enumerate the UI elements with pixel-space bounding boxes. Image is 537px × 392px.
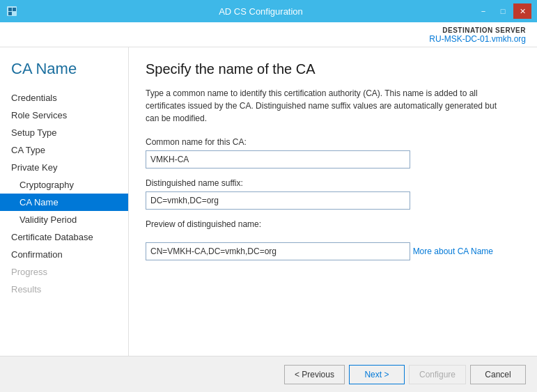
sidebar-item-validity-period[interactable]: Validity Period xyxy=(0,211,128,228)
window-controls: − □ ✕ xyxy=(474,3,531,19)
page-title: Specify the name of the CA xyxy=(146,61,520,77)
main-content: Specify the name of the CA Type a common… xyxy=(129,47,537,356)
sidebar-item-role-services[interactable]: Role Services xyxy=(0,107,128,124)
destination-label: DESTINATION SERVER xyxy=(11,26,526,34)
titlebar: AD CS Configuration − □ ✕ xyxy=(0,0,537,22)
common-name-input[interactable] xyxy=(146,150,410,168)
dn-suffix-label: Distinguished name suffix: xyxy=(146,178,520,188)
previous-button[interactable]: < Previous xyxy=(284,365,345,384)
sidebar-item-cryptography[interactable]: Cryptography xyxy=(0,176,128,194)
sidebar: CA Name Credentials Role Services Setup … xyxy=(0,47,129,356)
sidebar-item-private-key[interactable]: Private Key xyxy=(0,159,128,176)
close-button[interactable]: ✕ xyxy=(513,3,531,19)
page-description: Type a common name to identify this cert… xyxy=(146,87,508,125)
sidebar-item-ca-type[interactable]: CA Type xyxy=(0,141,128,159)
sidebar-item-credentials[interactable]: Credentials xyxy=(0,89,128,107)
cancel-button[interactable]: Cancel xyxy=(470,365,526,384)
sidebar-item-confirmation[interactable]: Confirmation xyxy=(0,246,128,263)
sidebar-item-progress: Progress xyxy=(0,263,128,281)
sidebar-item-ca-name[interactable]: CA Name xyxy=(0,194,128,211)
content-area: CA Name Credentials Role Services Setup … xyxy=(0,47,537,356)
configure-button: Configure xyxy=(409,365,466,384)
svg-rect-3 xyxy=(8,12,12,15)
next-button[interactable]: Next > xyxy=(349,365,405,384)
common-name-label: Common name for this CA: xyxy=(146,137,520,147)
destination-server: RU-MSK-DC-01.vmkh.org xyxy=(11,34,526,44)
dn-preview-input[interactable] xyxy=(146,242,410,260)
window-title: AD CS Configuration xyxy=(47,6,474,17)
svg-rect-2 xyxy=(13,8,16,11)
minimize-button[interactable]: − xyxy=(474,3,492,19)
sidebar-item-setup-type[interactable]: Setup Type xyxy=(0,124,128,141)
destination-bar: DESTINATION SERVER RU-MSK-DC-01.vmkh.org xyxy=(0,22,537,47)
footer: < Previous Next > Configure Cancel xyxy=(0,356,537,392)
restore-button[interactable]: □ xyxy=(494,3,512,19)
more-about-ca-name-link[interactable]: More about CA Name xyxy=(413,246,493,256)
sidebar-item-certificate-database[interactable]: Certificate Database xyxy=(0,228,128,246)
svg-rect-1 xyxy=(8,8,12,11)
sidebar-title: CA Name xyxy=(0,54,128,89)
dn-preview-label: Preview of distinguished name: xyxy=(146,219,520,229)
main-window: DESTINATION SERVER RU-MSK-DC-01.vmkh.org… xyxy=(0,22,537,392)
app-icon xyxy=(6,5,18,17)
dn-suffix-input[interactable] xyxy=(146,191,410,210)
sidebar-item-results: Results xyxy=(0,281,128,298)
